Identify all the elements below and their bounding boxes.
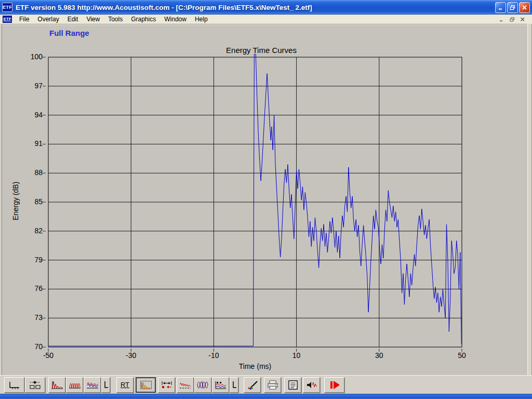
chart-title: Energy Time Curves [48,46,474,55]
close-icon [520,17,525,22]
speaker-waveform-icon [305,380,318,390]
minimize-button[interactable] [495,2,506,13]
taskbar-edge[interactable] [0,394,532,399]
y-tick-label: 82 [22,227,43,235]
frequency-response-icon [179,380,192,390]
y-tick-label: 85 [22,197,43,206]
axis-chart-icon [8,380,21,390]
toolbar-button-run-measurement[interactable] [324,377,344,393]
menu-file[interactable]: File [15,15,33,23]
menu-edit[interactable]: Edit [63,15,83,23]
toolbar-button-overlay-curves[interactable] [84,377,101,393]
client-border-left [2,24,2,375]
restore-button[interactable] [507,2,518,13]
mdi-window-controls [498,16,526,22]
y-tick-label: 100 [22,52,43,61]
minimize-icon [499,17,504,22]
overlay-waveforms-icon [86,380,99,390]
toolbar-button-gate-markers[interactable] [158,377,175,393]
menu-help[interactable]: Help [191,15,212,23]
phase-sines-icon [196,380,210,390]
axis-corner-icon [103,380,109,390]
view-range-label: Full Range [49,29,89,37]
y-tick-label: 88 [22,168,43,177]
minimize-icon [498,5,503,10]
toolbar-button-rotate-view-left[interactable] [101,377,110,393]
chart-area: -50-30-1010305010097949188858279767370 F… [0,24,532,375]
energy-time-curve-icon [139,380,153,390]
document-icon[interactable]: ETF [3,16,12,23]
restore-icon [510,17,515,22]
menu-tools[interactable]: Tools [104,15,127,23]
play-arrow-icon [328,380,341,390]
y-tick-label: 94 [22,111,43,119]
app-window: ETF ETF version 5.983 http://www.Acousti… [0,0,532,399]
window-controls [495,2,530,13]
toolbar-button-waterfall-plot[interactable] [212,377,229,393]
impulse-response-icon [50,380,64,390]
chart-canvas [0,24,532,375]
toolbar-button-reverberation-time[interactable]: RT [116,377,134,393]
notes-document-icon [286,380,300,390]
waterfall-plot-icon [214,380,228,390]
y-tick-label: 76 [22,284,43,292]
y-axis-title: Energy (dB) [11,182,20,221]
menu-graphics[interactable]: Graphics [127,15,160,23]
gate-markers-icon [160,380,174,390]
x-axis-title: Time (ms) [48,362,462,370]
mdi-close-button[interactable] [519,16,526,22]
close-icon [522,5,527,10]
toolbar-button-impulse-response[interactable] [48,377,65,393]
axis-corner-icon [231,380,237,390]
x-tick-label: 10 [284,351,309,360]
app-icon: ETF [2,3,12,12]
toolbar-button-frequency-sweep[interactable] [66,377,83,393]
toolbar: RT [0,375,532,394]
toolbar-button-rotate-view-right[interactable] [230,377,238,393]
y-tick-label: 70 [22,342,43,351]
x-tick-label: -10 [201,351,226,360]
toolbar-button-axis-setup[interactable] [4,377,24,393]
window-title: ETF version 5.983 http://www.Acoustisoft… [16,4,495,11]
menu-overlay[interactable]: Overlay [33,15,63,23]
close-button[interactable] [519,2,530,13]
toolbar-button-display-options[interactable] [25,377,45,393]
printer-icon [266,380,280,390]
y-tick-label: 91 [22,139,43,148]
y-tick-label: 73 [22,313,43,322]
slider-panels-icon [29,380,42,390]
y-tick-label: 97 [22,82,43,90]
x-tick-label: -50 [36,351,61,360]
restore-icon [510,5,515,10]
menu-window[interactable]: Window [160,15,191,23]
mdi-minimize-button[interactable] [498,16,506,22]
paintbrush-icon [246,380,259,390]
toolbar-button-measurement-notes[interactable] [284,377,301,393]
toolbar-button-color-settings[interactable] [244,377,261,393]
x-tick-label: 50 [449,351,474,360]
toolbar-button-phase-response[interactable] [194,377,211,393]
client-border-top-highlight [0,24,532,25]
x-tick-label: 30 [367,351,392,360]
toolbar-button-energy-time-curve[interactable] [136,377,156,393]
mdi-restore-button[interactable] [509,16,516,22]
y-tick-label: 79 [22,256,43,264]
etc-curve [48,54,461,346]
sine-sweep-icon [68,380,82,390]
toolbar-button-speaker-test[interactable] [303,377,320,393]
x-tick-label: -30 [118,351,143,360]
menu-view[interactable]: View [82,15,104,23]
titlebar[interactable]: ETF ETF version 5.983 http://www.Acousti… [0,0,532,15]
rt-label: RT [121,381,129,389]
toolbar-button-print[interactable] [264,377,281,393]
toolbar-button-frequency-response[interactable] [177,377,194,393]
menubar: ETF File Overlay Edit View Tools Graphic… [0,15,532,24]
